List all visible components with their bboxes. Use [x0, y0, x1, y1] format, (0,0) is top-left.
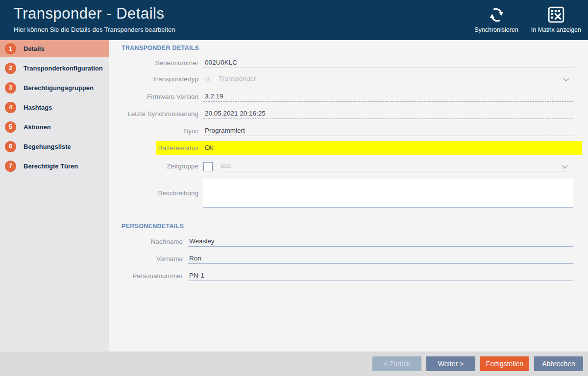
- field-row-vorname: Vorname Ron: [109, 253, 573, 264]
- wizard-footer: < Zurück Weiter > Fertigstellen Abbreche…: [0, 352, 588, 376]
- step-number-badge: 7: [5, 161, 16, 172]
- cancel-button[interactable]: Abbrechen: [534, 356, 583, 371]
- chevron-down-icon: [562, 165, 568, 169]
- field-row-firmware-version: Firmware Version 3.2.19: [109, 91, 573, 102]
- back-button[interactable]: < Zurück: [372, 356, 421, 371]
- letzte-synchronisierung-value: 20.05.2021 20:16:25: [203, 110, 573, 119]
- sync-value: Programmiert: [203, 127, 573, 136]
- step-number-badge: 3: [5, 82, 16, 94]
- seriennummer-label: Seriennummer: [109, 59, 198, 68]
- field-row-transpondertyp: Transpondertyp ◎Transponder: [109, 73, 573, 84]
- field-row-sync: Sync Programmiert: [109, 125, 573, 136]
- step-number-badge: 4: [5, 102, 16, 113]
- field-row-seriennummer: Seriennummer 002U0KLC: [109, 57, 573, 68]
- firmware-version-value: 3.2.19: [203, 93, 573, 102]
- seriennummer-value: 002U0KLC: [203, 59, 573, 68]
- sidebar-item-berechtigte-tueren[interactable]: 7 Berechtigte Türen: [0, 156, 109, 176]
- beschreibung-label: Beschreibung: [109, 189, 198, 197]
- page-title: Transponder - Details: [14, 5, 164, 23]
- page-subtitle: Hier können Sie die Details des Transpon…: [14, 26, 175, 33]
- sidebar-item-label: Begehungsliste: [24, 143, 71, 150]
- transpondertyp-dropdown[interactable]: ◎Transponder: [203, 75, 573, 84]
- vorname-input[interactable]: Ron: [188, 255, 573, 264]
- synchronize-label: Synchronisieren: [474, 26, 518, 33]
- sidebar-item-label: Hashtags: [24, 104, 52, 111]
- sidebar-item-details[interactable]: 1 Details: [0, 40, 109, 57]
- details-form: TRANSPONDER DETAILS Seriennummer 002U0KL…: [109, 40, 588, 352]
- matrix-icon: [547, 4, 565, 25]
- zeitgruppe-checkbox[interactable]: [203, 162, 213, 171]
- step-number-badge: 6: [5, 141, 16, 152]
- batteriestatus-label: Batteriestatus: [109, 144, 198, 153]
- sidebar-item-berechtigungsgruppen[interactable]: 3 Berechtigungsgruppen: [0, 78, 109, 97]
- sidebar-item-hashtags[interactable]: 4 Hashtags: [0, 97, 109, 117]
- transpondertyp-label: Transpondertyp: [109, 75, 198, 84]
- nachname-input[interactable]: Weasley: [188, 237, 573, 247]
- beschreibung-textarea[interactable]: [203, 179, 573, 208]
- field-row-beschreibung: Beschreibung: [109, 179, 573, 208]
- sidebar-item-label: Berechtigte Türen: [24, 163, 78, 170]
- sidebar-item-label: Berechtigungsgruppen: [24, 84, 94, 92]
- step-number-badge: 5: [5, 121, 16, 133]
- zeitgruppe-label: Zeitgruppe: [109, 163, 198, 171]
- transponder-type-icon: ◎: [205, 75, 210, 82]
- sidebar-item-label: Details: [24, 45, 45, 52]
- firmware-version-label: Firmware Version: [109, 93, 198, 102]
- show-in-matrix-label: In Matrix anzeigen: [531, 26, 581, 33]
- show-in-matrix-button[interactable]: In Matrix anzeigen: [531, 4, 581, 33]
- section-title-personendetails: PERSONENDETAILS: [122, 223, 184, 230]
- sidebar-item-label: Transponderkonfiguration: [24, 65, 103, 72]
- personalnummer-label: Personalnummer: [109, 272, 183, 281]
- step-number-badge: 2: [5, 63, 16, 74]
- zeitgruppe-dropdown[interactable]: test: [219, 162, 572, 171]
- field-row-zeitgruppe: Zeitgruppe test: [109, 160, 572, 171]
- sidebar-item-transponderkonfiguration[interactable]: 2 Transponderkonfiguration: [0, 58, 109, 78]
- wizard-step-sidebar: 1 Details 2 Transponderkonfiguration 3 B…: [0, 40, 109, 352]
- nachname-label: Nachname: [109, 238, 183, 247]
- sidebar-item-begehungsliste[interactable]: 6 Begehungsliste: [0, 137, 109, 156]
- finish-button[interactable]: Fertigstellen: [480, 356, 529, 371]
- sidebar-item-label: Aktionen: [24, 123, 51, 131]
- field-row-personalnummer: Personalnummer PN-1: [109, 270, 573, 281]
- step-number-badge: 1: [5, 43, 16, 54]
- sync-icon: [488, 4, 506, 25]
- vorname-label: Vorname: [109, 255, 183, 264]
- section-title-transponder-details: TRANSPONDER DETAILS: [122, 45, 199, 51]
- synchronize-button[interactable]: Synchronisieren: [474, 4, 518, 33]
- header-actions: Synchronisieren In Matrix anzeigen: [474, 4, 581, 33]
- batteriestatus-value: Ok: [203, 144, 573, 153]
- field-row-letzte-synchronisierung: Letzte Synchronisierung 20.05.2021 20:16…: [109, 108, 573, 119]
- field-row-nachname: Nachname Weasley: [109, 236, 573, 247]
- field-row-batteriestatus: Batteriestatus Ok: [109, 142, 573, 153]
- header-bar: Transponder - Details Hier können Sie di…: [0, 0, 588, 40]
- personalnummer-input[interactable]: PN-1: [188, 272, 573, 281]
- sync-label: Sync: [109, 127, 198, 136]
- chevron-down-icon: [563, 78, 569, 82]
- next-button[interactable]: Weiter >: [426, 356, 475, 371]
- letzte-synchronisierung-label: Letzte Synchronisierung: [109, 110, 198, 119]
- sidebar-item-aktionen[interactable]: 5 Aktionen: [0, 117, 109, 137]
